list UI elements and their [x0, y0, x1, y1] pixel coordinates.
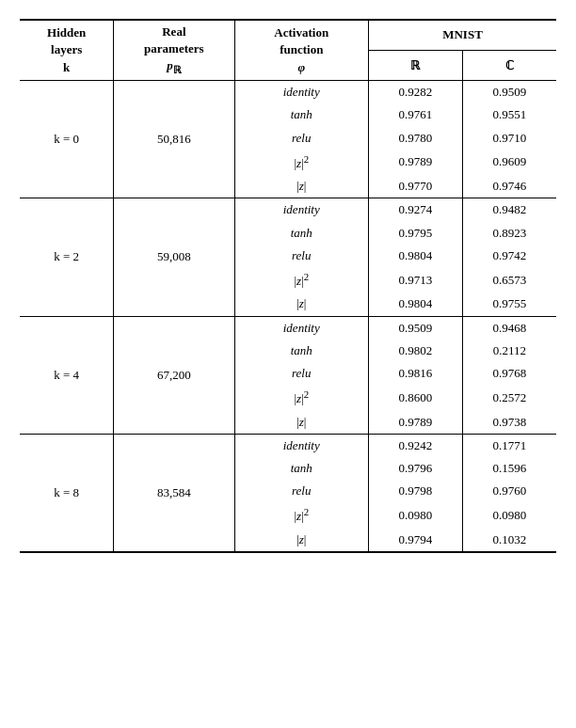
cell-activation: relu — [234, 127, 369, 150]
cell-c-value: 0.9738 — [462, 411, 556, 435]
table-row: k = 259,008identity0.92740.9482 — [20, 198, 556, 222]
header-real-col: ℝ — [369, 51, 463, 81]
cell-params: 67,200 — [114, 316, 234, 434]
cell-c-value: 0.9755 — [462, 293, 556, 316]
cell-c-value: 0.9742 — [462, 245, 556, 267]
cell-activation: |z|2 — [234, 267, 369, 293]
cell-activation: |z| — [234, 529, 369, 552]
cell-activation: identity — [234, 434, 369, 457]
cell-activation: tanh — [234, 222, 369, 245]
results-table: Hiddenlayersk Realparameterspℝ Activatio… — [20, 19, 556, 553]
cell-activation: |z|2 — [234, 150, 369, 176]
cell-c-value: 0.9768 — [462, 362, 556, 385]
cell-r-value: 0.9282 — [369, 81, 463, 104]
cell-k: k = 0 — [20, 81, 114, 198]
cell-params: 83,584 — [114, 434, 234, 552]
table-row: k = 050,816identity0.92820.9509 — [20, 81, 556, 104]
cell-c-value: 0.9509 — [462, 81, 556, 104]
cell-r-value: 0.9804 — [369, 293, 463, 316]
cell-activation: tanh — [234, 457, 369, 480]
header-hidden-layers: Hiddenlayersk — [20, 20, 114, 81]
cell-activation: relu — [234, 245, 369, 267]
cell-k: k = 8 — [20, 434, 114, 552]
cell-r-value: 0.9804 — [369, 245, 463, 267]
header-activation: Activationfunctionφ — [234, 20, 369, 81]
header-mnist: MNIST — [369, 20, 557, 51]
header-row-1: Hiddenlayersk Realparameterspℝ Activatio… — [20, 20, 556, 51]
cell-r-value: 0.9796 — [369, 457, 463, 480]
cell-activation: relu — [234, 362, 369, 385]
cell-params: 50,816 — [114, 81, 234, 198]
cell-r-value: 0.9761 — [369, 103, 463, 126]
cell-params: 59,008 — [114, 198, 234, 316]
cell-activation: identity — [234, 316, 369, 340]
cell-activation: |z| — [234, 411, 369, 435]
cell-activation: identity — [234, 198, 369, 222]
cell-r-value: 0.8600 — [369, 385, 463, 411]
cell-activation: |z|2 — [234, 385, 369, 411]
table-wrapper: Hiddenlayersk Realparameterspℝ Activatio… — [20, 19, 556, 553]
cell-r-value: 0.9780 — [369, 127, 463, 150]
cell-activation: |z| — [234, 293, 369, 316]
cell-r-value: 0.9789 — [369, 150, 463, 176]
cell-c-value: 0.8923 — [462, 222, 556, 245]
table-row: k = 883,584identity0.92420.1771 — [20, 434, 556, 457]
cell-r-value: 0.9713 — [369, 267, 463, 293]
cell-activation: tanh — [234, 340, 369, 362]
cell-c-value: 0.9482 — [462, 198, 556, 222]
header-real-params: Realparameterspℝ — [114, 20, 234, 81]
cell-c-value: 0.9710 — [462, 127, 556, 150]
cell-c-value: 0.0980 — [462, 502, 556, 529]
cell-r-value: 0.9816 — [369, 362, 463, 385]
cell-c-value: 0.9609 — [462, 150, 556, 176]
cell-activation: tanh — [234, 103, 369, 126]
cell-c-value: 0.9551 — [462, 103, 556, 126]
cell-c-value: 0.6573 — [462, 267, 556, 293]
cell-r-value: 0.9789 — [369, 411, 463, 435]
cell-r-value: 0.9794 — [369, 529, 463, 552]
cell-c-value: 0.1771 — [462, 434, 556, 457]
cell-c-value: 0.9468 — [462, 316, 556, 340]
cell-activation: relu — [234, 480, 369, 502]
cell-c-value: 0.1596 — [462, 457, 556, 480]
cell-activation: identity — [234, 81, 369, 104]
cell-r-value: 0.9509 — [369, 316, 463, 340]
cell-r-value: 0.9274 — [369, 198, 463, 222]
table-row: k = 467,200identity0.95090.9468 — [20, 316, 556, 340]
cell-c-value: 0.2572 — [462, 385, 556, 411]
cell-activation: |z|2 — [234, 502, 369, 529]
cell-r-value: 0.9798 — [369, 480, 463, 502]
cell-c-value: 0.9746 — [462, 175, 556, 198]
cell-r-value: 0.9802 — [369, 340, 463, 362]
table-body: k = 050,816identity0.92820.9509tanh0.976… — [20, 81, 556, 553]
cell-c-value: 0.9760 — [462, 480, 556, 502]
cell-r-value: 0.0980 — [369, 502, 463, 529]
cell-r-value: 0.9795 — [369, 222, 463, 245]
cell-c-value: 0.2112 — [462, 340, 556, 362]
cell-r-value: 0.9770 — [369, 175, 463, 198]
cell-k: k = 2 — [20, 198, 114, 316]
header-complex-col: ℂ — [462, 51, 556, 81]
cell-k: k = 4 — [20, 316, 114, 434]
cell-c-value: 0.1032 — [462, 529, 556, 552]
cell-activation: |z| — [234, 175, 369, 198]
cell-r-value: 0.9242 — [369, 434, 463, 457]
